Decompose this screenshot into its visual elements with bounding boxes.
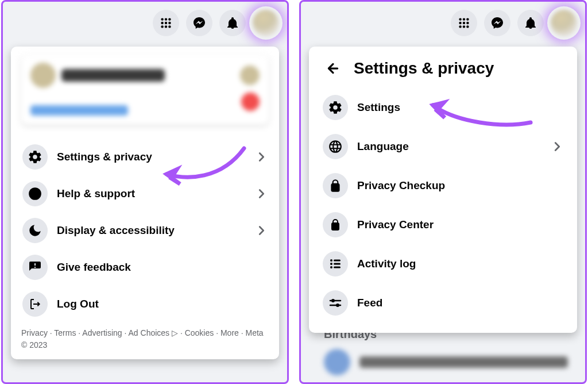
display-accessibility-item[interactable]: Display & accessibility xyxy=(19,212,271,249)
header-icons xyxy=(451,10,577,36)
footer-terms[interactable]: Terms xyxy=(54,328,76,337)
svg-point-0 xyxy=(161,18,163,20)
settings-item[interactable]: Settings xyxy=(319,88,567,127)
svg-point-20 xyxy=(330,263,332,265)
sliders-icon xyxy=(323,290,348,316)
svg-point-12 xyxy=(466,18,469,20)
profile-card[interactable] xyxy=(21,55,269,125)
svg-point-4 xyxy=(165,22,167,24)
svg-point-1 xyxy=(165,18,167,20)
menu-item-label: Feed xyxy=(357,297,563,309)
question-icon xyxy=(22,181,48,206)
menu-item-label: Privacy Center xyxy=(357,218,563,231)
account-menu: Settings & privacy Help & support Displa… xyxy=(11,47,279,359)
feedback-icon xyxy=(22,255,48,280)
svg-point-15 xyxy=(466,22,469,24)
profile-avatar-button[interactable] xyxy=(551,10,577,36)
svg-point-7 xyxy=(165,25,167,28)
chevron-right-icon xyxy=(255,187,268,200)
svg-point-21 xyxy=(330,266,332,268)
svg-point-28 xyxy=(336,304,339,307)
svg-rect-23 xyxy=(334,263,341,265)
back-button[interactable] xyxy=(322,57,345,80)
bell-icon[interactable] xyxy=(517,10,544,36)
menu-item-label: Settings xyxy=(357,101,563,114)
menu-item-label: Log Out xyxy=(57,298,268,310)
header-icons xyxy=(153,10,279,36)
svg-rect-22 xyxy=(334,260,341,262)
globe-icon xyxy=(323,134,348,159)
privacy-checkup-item[interactable]: Privacy Checkup xyxy=(319,166,567,205)
messenger-icon[interactable] xyxy=(484,10,510,36)
messenger-icon[interactable] xyxy=(186,10,212,36)
footer-advertising[interactable]: Advertising xyxy=(82,328,122,337)
svg-point-16 xyxy=(459,25,461,28)
screenshot-2: Birthdays Settings & privacy Settings xyxy=(299,0,587,384)
settings-privacy-item[interactable]: Settings & privacy xyxy=(19,139,271,175)
menu-item-label: Language xyxy=(357,140,541,153)
chevron-right-icon xyxy=(551,140,563,153)
behind-blurred-row xyxy=(324,349,568,375)
menu-dots-icon[interactable] xyxy=(153,10,179,36)
profile-avatar-button[interactable] xyxy=(253,10,279,36)
submenu-title: Settings & privacy xyxy=(354,59,494,78)
svg-point-5 xyxy=(168,22,171,24)
moon-icon xyxy=(22,218,48,243)
menu-item-label: Settings & privacy xyxy=(57,151,246,163)
svg-point-19 xyxy=(330,259,332,262)
svg-point-18 xyxy=(466,25,469,28)
svg-point-17 xyxy=(463,25,465,28)
svg-point-6 xyxy=(161,25,163,28)
activity-log-item[interactable]: Activity log xyxy=(319,244,567,283)
menu-item-label: Privacy Checkup xyxy=(357,179,563,192)
svg-rect-24 xyxy=(334,267,341,268)
settings-privacy-menu: Settings & privacy Settings Language xyxy=(309,47,577,333)
footer-more[interactable]: More xyxy=(220,328,239,337)
list-icon xyxy=(323,251,348,277)
adchoices-icon: ▷ xyxy=(172,328,178,337)
logout-item[interactable]: Log Out xyxy=(19,286,271,322)
footer-links: Privacy · Terms · Advertising · Ad Choic… xyxy=(19,322,271,352)
menu-dots-icon[interactable] xyxy=(451,10,477,36)
svg-point-8 xyxy=(168,25,171,28)
give-feedback-item[interactable]: Give feedback xyxy=(19,249,271,286)
lock-icon xyxy=(323,212,348,237)
gear-icon xyxy=(22,144,48,170)
menu-item-label: Activity log xyxy=(357,258,563,270)
svg-point-11 xyxy=(463,18,465,20)
footer-privacy[interactable]: Privacy xyxy=(21,328,48,337)
svg-point-3 xyxy=(161,22,163,24)
svg-point-27 xyxy=(331,299,335,302)
help-support-item[interactable]: Help & support xyxy=(19,175,271,212)
svg-point-14 xyxy=(463,22,465,24)
chevron-right-icon xyxy=(255,224,268,237)
menu-item-label: Help & support xyxy=(57,187,246,200)
heart-lock-icon xyxy=(323,173,348,198)
footer-adchoices[interactable]: Ad Choices ▷ xyxy=(129,328,178,337)
logout-icon xyxy=(22,291,48,317)
menu-item-label: Give feedback xyxy=(57,261,268,274)
screenshot-1: Settings & privacy Help & support Displa… xyxy=(1,0,289,384)
language-item[interactable]: Language xyxy=(319,127,567,166)
feed-item[interactable]: Feed xyxy=(319,283,567,322)
svg-point-10 xyxy=(459,18,461,20)
privacy-center-item[interactable]: Privacy Center xyxy=(319,205,567,244)
footer-cookies[interactable]: Cookies xyxy=(185,328,214,337)
gear-icon xyxy=(323,95,348,120)
menu-item-label: Display & accessibility xyxy=(57,224,246,237)
svg-point-13 xyxy=(459,22,461,24)
chevron-right-icon xyxy=(255,151,268,163)
svg-point-2 xyxy=(168,18,171,20)
bell-icon[interactable] xyxy=(219,10,246,36)
